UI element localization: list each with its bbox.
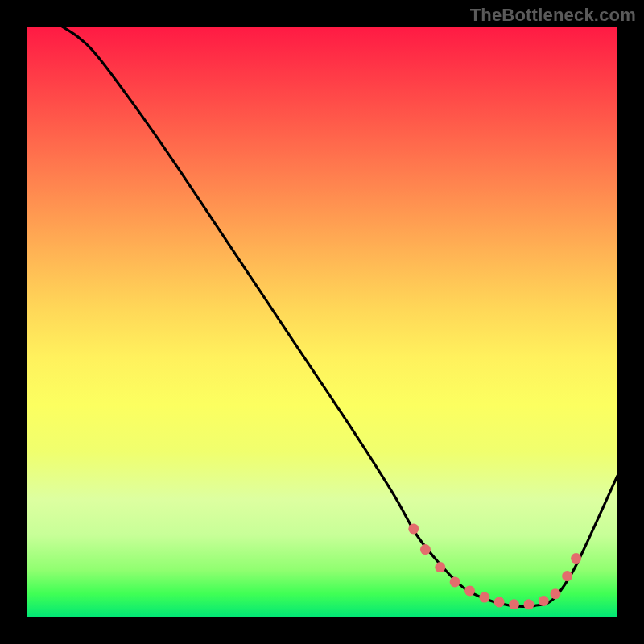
chart-stage: TheBottleneck.com	[0, 0, 644, 644]
plot-area	[27, 27, 617, 617]
highlight-marker	[571, 553, 581, 564]
highlight-marker	[464, 585, 475, 596]
highlight-marker	[435, 562, 445, 572]
curve-svg	[27, 27, 617, 617]
highlight-marker	[479, 592, 489, 603]
highlight-marker	[494, 597, 505, 607]
highlight-marker	[562, 571, 572, 581]
highlight-marker	[408, 523, 419, 534]
highlight-marker	[523, 599, 534, 609]
highlight-marker	[539, 596, 549, 606]
highlight-marker	[450, 576, 460, 587]
watermark-text: TheBottleneck.com	[470, 5, 636, 26]
highlight-marker	[420, 544, 431, 555]
highlight-marker	[550, 588, 560, 599]
highlight-marker	[509, 599, 519, 609]
bottleneck-curve	[62, 27, 617, 606]
highlight-markers	[408, 523, 581, 609]
